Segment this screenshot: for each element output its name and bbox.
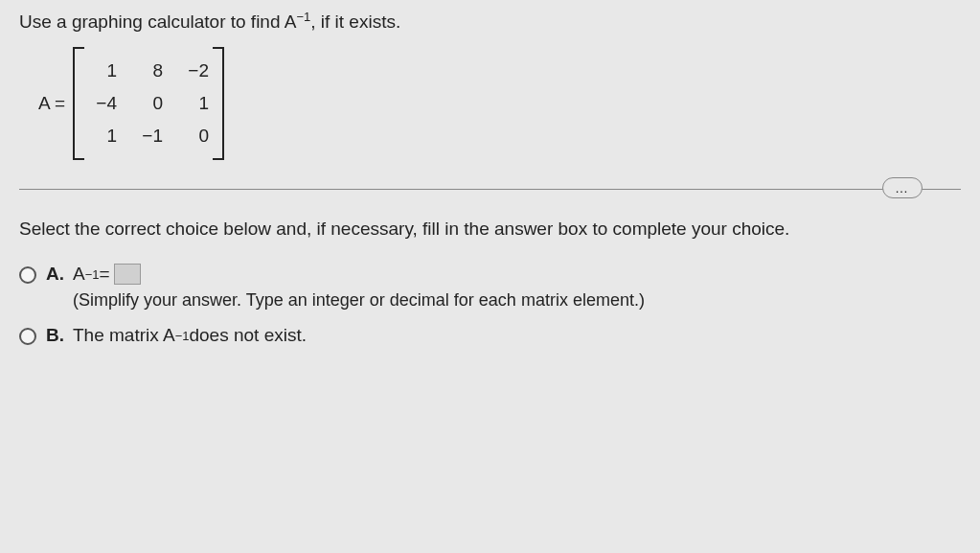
matrix-cell: −2 [180,60,209,81]
question-text: Use a graphing calculator to find A−1, i… [19,10,961,33]
matrix-definition: A = 1 8 −2 −4 0 1 1 −1 0 [38,47,961,160]
radio-b[interactable] [19,328,36,345]
matrix-row: 1 8 −2 [88,55,209,87]
choice-a: A. A−1 = (Simplify your answer. Type an … [19,264,961,311]
answer-input-box[interactable] [114,264,141,285]
matrix-cell: 1 [88,60,117,81]
choice-b: B. The matrix A−1 does not exist. [19,325,961,346]
choice-a-letter: A. [46,264,65,285]
choice-a-body: A−1 = (Simplify your answer. Type an int… [73,264,645,311]
question-prefix: Use a graphing calculator to find A [19,12,296,32]
question-suffix: , if it exists. [310,12,400,32]
radio-a[interactable] [19,266,36,284]
choice-a-exponent: −1 [85,267,100,282]
matrix-row: −4 0 1 [88,87,209,120]
matrix-cell: 1 [180,93,209,114]
matrix-cell: 0 [180,126,209,147]
question-exponent: −1 [296,10,310,24]
choice-a-hint: (Simplify your answer. Type an integer o… [73,290,645,311]
matrix-row: 1 −1 0 [88,120,209,152]
choice-a-equals: = [100,264,110,285]
instruction-text: Select the correct choice below and, if … [19,219,961,240]
choice-a-expression: A−1 = [73,264,645,285]
section-divider [19,189,961,190]
choice-b-prefix: The matrix A [73,325,175,346]
divider-container: … [19,189,961,190]
choice-b-body: The matrix A−1 does not exist. [73,325,307,346]
choice-a-prefix: A [73,264,85,285]
matrix-cell: 8 [134,60,163,81]
matrix-cell: −1 [134,126,163,147]
choice-b-suffix: does not exist. [189,325,307,346]
more-options-button[interactable]: … [882,177,923,198]
matrix-label: A = [38,93,65,114]
matrix-bracket: 1 8 −2 −4 0 1 1 −1 0 [73,47,224,160]
matrix-cell: 0 [134,93,163,114]
matrix-cell: −4 [88,93,117,114]
choice-b-text: The matrix A−1 does not exist. [73,325,307,346]
matrix-cell: 1 [88,126,117,147]
choice-b-letter: B. [46,325,65,346]
choice-b-exponent: −1 [175,329,190,343]
